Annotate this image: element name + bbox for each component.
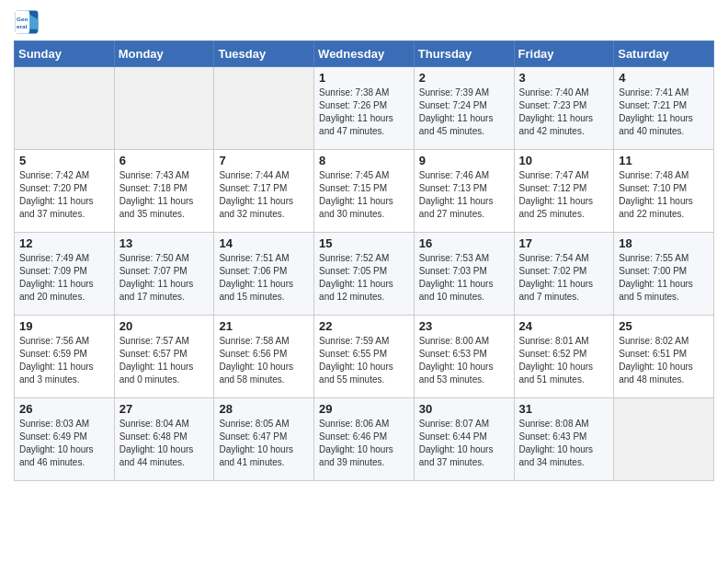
header-cell-tuesday: Tuesday [214,41,314,67]
day-cell: 30Sunrise: 8:07 AM Sunset: 6:44 PM Dayli… [414,398,514,481]
header-cell-saturday: Saturday [614,41,714,67]
day-info: Sunrise: 7:46 AM Sunset: 7:13 PM Dayligh… [419,169,509,221]
day-cell: 19Sunrise: 7:56 AM Sunset: 6:59 PM Dayli… [15,316,115,398]
day-number: 12 [19,236,109,250]
day-cell: 13Sunrise: 7:50 AM Sunset: 7:07 PM Dayli… [114,233,214,316]
day-info: Sunrise: 7:51 AM Sunset: 7:06 PM Dayligh… [219,252,309,304]
day-cell: 12Sunrise: 7:49 AM Sunset: 7:09 PM Dayli… [15,233,115,316]
day-number: 14 [219,236,309,250]
calendar-table: SundayMondayTuesdayWednesdayThursdayFrid… [14,40,714,481]
day-number: 21 [219,319,309,333]
day-cell: 14Sunrise: 7:51 AM Sunset: 7:06 PM Dayli… [214,233,314,316]
day-number: 31 [519,402,609,416]
svg-text:eral: eral [17,23,27,29]
day-cell: 8Sunrise: 7:45 AM Sunset: 7:15 PM Daylig… [314,150,415,233]
day-number: 1 [319,71,409,85]
day-info: Sunrise: 7:58 AM Sunset: 6:56 PM Dayligh… [219,335,309,386]
day-info: Sunrise: 7:40 AM Sunset: 7:23 PM Dayligh… [519,86,609,138]
calendar-header: SundayMondayTuesdayWednesdayThursdayFrid… [15,41,714,67]
day-cell: 15Sunrise: 7:52 AM Sunset: 7:05 PM Dayli… [314,233,415,316]
day-number: 13 [119,236,210,250]
logo: Gen eral [14,9,43,35]
day-cell: 18Sunrise: 7:55 AM Sunset: 7:00 PM Dayli… [614,233,714,316]
day-info: Sunrise: 8:07 AM Sunset: 6:44 PM Dayligh… [419,418,509,469]
day-cell: 4Sunrise: 7:41 AM Sunset: 7:21 PM Daylig… [614,67,714,150]
day-info: Sunrise: 7:44 AM Sunset: 7:17 PM Dayligh… [219,169,309,221]
day-info: Sunrise: 7:43 AM Sunset: 7:18 PM Dayligh… [119,169,210,221]
day-cell: 27Sunrise: 8:04 AM Sunset: 6:48 PM Dayli… [114,398,214,481]
day-info: Sunrise: 8:05 AM Sunset: 6:47 PM Dayligh… [219,418,309,469]
page-header: Gen eral [14,9,714,35]
week-row-5: 26Sunrise: 8:03 AM Sunset: 6:49 PM Dayli… [15,398,714,481]
day-info: Sunrise: 7:52 AM Sunset: 7:05 PM Dayligh… [319,252,409,304]
day-number: 8 [319,154,409,167]
day-info: Sunrise: 7:45 AM Sunset: 7:15 PM Dayligh… [319,169,409,221]
day-info: Sunrise: 7:53 AM Sunset: 7:03 PM Dayligh… [419,252,509,304]
day-info: Sunrise: 8:03 AM Sunset: 6:49 PM Dayligh… [19,418,109,469]
day-info: Sunrise: 8:02 AM Sunset: 6:51 PM Dayligh… [619,335,709,386]
day-info: Sunrise: 7:49 AM Sunset: 7:09 PM Dayligh… [19,252,109,304]
week-row-4: 19Sunrise: 7:56 AM Sunset: 6:59 PM Dayli… [15,316,714,398]
day-number: 30 [419,402,509,416]
svg-text:Gen: Gen [17,16,28,22]
day-number: 5 [19,154,109,167]
day-info: Sunrise: 7:48 AM Sunset: 7:10 PM Dayligh… [619,169,709,221]
logo-icon: Gen eral [14,9,40,35]
day-number: 20 [119,319,210,333]
header-cell-friday: Friday [514,41,614,67]
day-cell: 28Sunrise: 8:05 AM Sunset: 6:47 PM Dayli… [214,398,314,481]
day-number: 6 [119,154,210,167]
day-number: 28 [219,402,309,416]
header-cell-wednesday: Wednesday [314,41,415,67]
day-number: 25 [619,319,709,333]
day-number: 11 [619,154,709,167]
day-cell: 26Sunrise: 8:03 AM Sunset: 6:49 PM Dayli… [15,398,115,481]
day-number: 2 [419,71,509,85]
day-number: 9 [419,154,509,167]
day-number: 17 [519,236,609,250]
day-number: 7 [219,154,309,167]
day-number: 15 [319,236,409,250]
day-number: 10 [519,154,609,167]
day-info: Sunrise: 7:38 AM Sunset: 7:26 PM Dayligh… [319,86,409,138]
day-number: 19 [19,319,109,333]
day-cell: 6Sunrise: 7:43 AM Sunset: 7:18 PM Daylig… [114,150,214,233]
day-cell [114,67,214,150]
day-cell: 5Sunrise: 7:42 AM Sunset: 7:20 PM Daylig… [15,150,115,233]
day-number: 3 [519,71,609,85]
day-cell: 3Sunrise: 7:40 AM Sunset: 7:23 PM Daylig… [514,67,614,150]
day-cell: 23Sunrise: 8:00 AM Sunset: 6:53 PM Dayli… [414,316,514,398]
week-row-2: 5Sunrise: 7:42 AM Sunset: 7:20 PM Daylig… [15,150,714,233]
week-row-1: 1Sunrise: 7:38 AM Sunset: 7:26 PM Daylig… [15,67,714,150]
day-info: Sunrise: 7:50 AM Sunset: 7:07 PM Dayligh… [119,252,210,304]
day-cell: 11Sunrise: 7:48 AM Sunset: 7:10 PM Dayli… [614,150,714,233]
day-info: Sunrise: 7:39 AM Sunset: 7:24 PM Dayligh… [419,86,509,138]
day-number: 27 [119,402,210,416]
day-info: Sunrise: 7:59 AM Sunset: 6:55 PM Dayligh… [319,335,409,386]
day-cell: 25Sunrise: 8:02 AM Sunset: 6:51 PM Dayli… [614,316,714,398]
day-cell: 31Sunrise: 8:08 AM Sunset: 6:43 PM Dayli… [514,398,614,481]
day-cell: 1Sunrise: 7:38 AM Sunset: 7:26 PM Daylig… [314,67,415,150]
day-cell: 7Sunrise: 7:44 AM Sunset: 7:17 PM Daylig… [214,150,314,233]
day-cell: 21Sunrise: 7:58 AM Sunset: 6:56 PM Dayli… [214,316,314,398]
day-number: 22 [319,319,409,333]
day-info: Sunrise: 7:41 AM Sunset: 7:21 PM Dayligh… [619,86,709,138]
day-number: 23 [419,319,509,333]
day-info: Sunrise: 7:55 AM Sunset: 7:00 PM Dayligh… [619,252,709,304]
day-cell: 29Sunrise: 8:06 AM Sunset: 6:46 PM Dayli… [314,398,415,481]
day-info: Sunrise: 7:42 AM Sunset: 7:20 PM Dayligh… [19,169,109,221]
day-info: Sunrise: 8:06 AM Sunset: 6:46 PM Dayligh… [319,418,409,469]
day-info: Sunrise: 8:08 AM Sunset: 6:43 PM Dayligh… [519,418,609,469]
day-cell: 16Sunrise: 7:53 AM Sunset: 7:03 PM Dayli… [414,233,514,316]
day-number: 4 [619,71,709,85]
day-number: 24 [519,319,609,333]
day-number: 18 [619,236,709,250]
day-number: 29 [319,402,409,416]
day-info: Sunrise: 8:01 AM Sunset: 6:52 PM Dayligh… [519,335,609,386]
day-cell: 17Sunrise: 7:54 AM Sunset: 7:02 PM Dayli… [514,233,614,316]
day-info: Sunrise: 7:47 AM Sunset: 7:12 PM Dayligh… [519,169,609,221]
header-cell-monday: Monday [114,41,214,67]
header-cell-thursday: Thursday [414,41,514,67]
day-info: Sunrise: 8:00 AM Sunset: 6:53 PM Dayligh… [419,335,509,386]
day-info: Sunrise: 7:54 AM Sunset: 7:02 PM Dayligh… [519,252,609,304]
